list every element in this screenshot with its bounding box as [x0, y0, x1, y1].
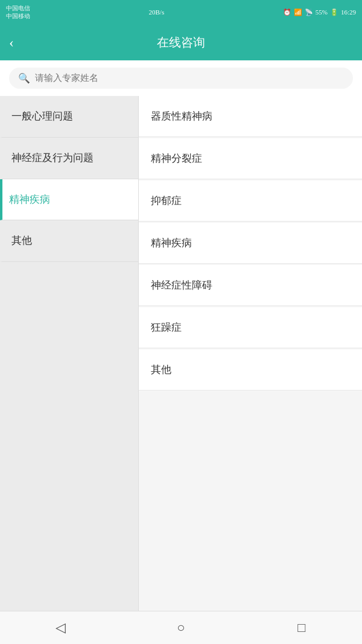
search-box: 🔍	[9, 68, 353, 89]
sidebar-item-mental[interactable]: 精神疾病	[0, 179, 138, 221]
time-display: 16:29	[341, 8, 356, 16]
list-item-other2[interactable]: 其他	[139, 349, 362, 391]
nav-recent-button[interactable]: □	[284, 616, 320, 640]
subcategory-list: 器质性精神病精神分裂症抑郁症精神疾病神经症性障碍狂躁症其他	[139, 96, 362, 615]
sidebar-item-general[interactable]: 一般心理问题	[0, 96, 138, 138]
nav-home-button[interactable]: ○	[163, 616, 199, 640]
signal-icon: 📡	[305, 8, 313, 16]
list-item-depression[interactable]: 抑郁症	[139, 180, 362, 222]
nav-recent-icon: □	[297, 620, 305, 636]
clock-icon: ⏰	[283, 8, 291, 16]
wifi-icon: 📶	[294, 8, 302, 16]
bottom-navigation: ◁ ○ □	[0, 611, 362, 644]
sidebar-item-other[interactable]: 其他	[0, 220, 138, 262]
sidebar-item-neurosis[interactable]: 神经症及行为问题	[0, 138, 138, 179]
list-item-mania[interactable]: 狂躁症	[139, 307, 362, 348]
list-item-schizophrenia[interactable]: 精神分裂症	[139, 138, 362, 179]
nav-home-icon: ○	[177, 620, 185, 636]
status-carrier: 中国电信 中国移动	[6, 4, 30, 20]
battery-icon: 🔋	[330, 8, 338, 16]
status-bar: 中国电信 中国移动 20B/s ⏰ 📶 📡 55% 🔋 16:29	[0, 0, 362, 24]
status-speed: 20B/s	[149, 8, 165, 16]
main-content: 一般心理问题神经症及行为问题精神疾病其他 器质性精神病精神分裂症抑郁症精神疾病神…	[0, 96, 362, 615]
nav-back-button[interactable]: ◁	[42, 616, 78, 640]
back-button[interactable]: ‹	[9, 34, 14, 51]
page-title: 在线咨询	[157, 34, 205, 51]
header: ‹ 在线咨询	[0, 24, 362, 60]
search-container: 🔍	[0, 60, 362, 96]
status-right: ⏰ 📶 📡 55% 🔋 16:29	[283, 8, 356, 16]
search-icon: 🔍	[18, 72, 30, 84]
search-input[interactable]	[35, 73, 344, 83]
list-item-organic[interactable]: 器质性精神病	[139, 96, 362, 137]
category-sidebar: 一般心理问题神经症及行为问题精神疾病其他	[0, 96, 139, 615]
list-item-neurotic[interactable]: 神经症性障碍	[139, 265, 362, 306]
list-item-mental-disease[interactable]: 精神疾病	[139, 223, 362, 264]
battery-level: 55%	[316, 8, 328, 16]
nav-back-icon: ◁	[56, 620, 66, 636]
